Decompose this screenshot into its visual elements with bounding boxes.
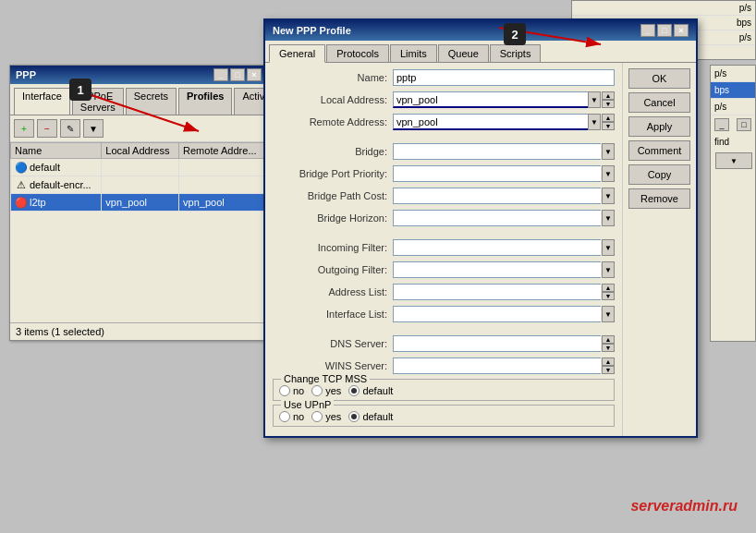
if-dd-btn[interactable]: ▼ (602, 239, 615, 256)
tab-limits[interactable]: Limits (390, 44, 437, 62)
add-btn[interactable]: + (14, 119, 34, 138)
ppp-tab-activ[interactable]: Activ (234, 88, 267, 115)
right-panel-row-1: p/s (711, 66, 755, 82)
dns-scroll-down[interactable]: ▼ (602, 344, 615, 352)
upnp-yes-label: yes (325, 411, 341, 422)
remote-address-dd-btn[interactable]: ▼ (588, 114, 601, 130)
bpc-dropdown: ▼ (393, 188, 615, 204)
table-row[interactable]: ⚠default-encr... (11, 176, 267, 194)
status-bar: 3 items (1 selected) (10, 322, 267, 340)
bh-dd-btn[interactable]: ▼ (602, 210, 615, 226)
tab-scripts[interactable]: Scripts (490, 44, 542, 62)
of-label: Outgoing Filter: (273, 264, 393, 275)
comment-button[interactable]: Comment (628, 140, 690, 161)
ppp-tab-profiles[interactable]: Profiles (178, 88, 232, 115)
al-scroll-down[interactable]: ▼ (602, 292, 615, 300)
edit-btn[interactable]: ✎ (60, 119, 80, 138)
ppp-tab-interface[interactable]: Interface (14, 88, 70, 115)
table-row[interactable]: 🔴l2tp vpn_pool vpn_pool (11, 194, 267, 212)
right-panel-controls: _ □ (711, 115, 755, 134)
of-input[interactable] (393, 261, 601, 278)
ppp-maximize-btn[interactable]: □ (230, 68, 245, 81)
ppp-toolbar: + − ✎ ▼ (10, 115, 267, 142)
dns-input[interactable] (393, 335, 601, 352)
ppp-title: PPP (16, 69, 36, 80)
local-scroll-down[interactable]: ▼ (602, 100, 615, 108)
cancel-button[interactable]: Cancel (628, 92, 690, 113)
bridge-label: Bridge: (273, 146, 393, 157)
il-input[interactable] (393, 306, 601, 322)
dns-scroll-up[interactable]: ▲ (602, 335, 615, 344)
bpc-dd-btn[interactable]: ▼ (602, 188, 615, 204)
remote-scroll-up[interactable]: ▲ (602, 114, 615, 122)
remove-button[interactable]: Remove (628, 188, 690, 209)
ppp-win-controls: _ □ × (213, 68, 262, 81)
tcp-mss-default-radio[interactable] (348, 385, 360, 396)
right-panel-min[interactable]: _ (714, 118, 729, 131)
remote-scroll-down[interactable]: ▼ (602, 122, 615, 130)
upnp-group: Use UPnP no yes default (273, 405, 615, 427)
wins-input[interactable] (393, 357, 601, 374)
bpc-input[interactable] (393, 188, 601, 204)
filter-btn[interactable]: ▼ (83, 119, 104, 138)
row-remote (179, 159, 267, 176)
right-panel-max[interactable]: □ (737, 118, 751, 131)
right-panel-dd: ▼ (711, 150, 755, 172)
if-input[interactable] (393, 239, 601, 256)
upnp-no[interactable]: no (279, 411, 304, 422)
badge-1: 1 (69, 79, 91, 101)
of-dd-btn[interactable]: ▼ (602, 261, 615, 278)
remote-address-row: Remote Address: ▼ ▲ ▼ (273, 113, 615, 131)
tcp-mss-yes[interactable]: yes (311, 385, 341, 396)
wins-scroll-down[interactable]: ▼ (602, 366, 615, 374)
copy-button[interactable]: Copy (628, 164, 690, 185)
wins-dropdown: ▲ ▼ (393, 357, 615, 374)
dialog-maximize-btn[interactable]: □ (657, 24, 672, 37)
tcp-mss-default[interactable]: default (348, 385, 393, 396)
right-panel-dropdown[interactable]: ▼ (715, 152, 752, 169)
upnp-yes[interactable]: yes (311, 411, 341, 422)
ok-button[interactable]: OK (628, 68, 690, 89)
name-input[interactable] (393, 69, 615, 86)
local-address-row: Local Address: ▼ ▲ ▼ (273, 91, 615, 109)
if-label: Incoming Filter: (273, 242, 393, 253)
local-address-dropdown: ▼ ▲ ▼ (393, 91, 615, 108)
tcp-mss-default-label: default (362, 385, 393, 396)
ppp-minimize-btn[interactable]: _ (213, 68, 228, 81)
tcp-mss-no-radio[interactable] (279, 385, 290, 396)
apply-button[interactable]: Apply (628, 116, 690, 137)
dialog-minimize-btn[interactable]: _ (640, 24, 655, 37)
upnp-no-radio[interactable] (279, 411, 290, 422)
dialog-close-btn[interactable]: × (674, 24, 689, 37)
tab-queue[interactable]: Queue (438, 44, 489, 62)
remote-address-label: Remote Address: (273, 116, 393, 127)
upnp-default[interactable]: default (348, 411, 393, 422)
tcp-mss-no[interactable]: no (279, 385, 304, 396)
il-dd-btn[interactable]: ▼ (602, 306, 615, 322)
bh-label: Bridge Horizon: (273, 212, 393, 224)
wins-row: WINS Server: ▲ ▼ (273, 357, 615, 375)
row-name: ⚠default-encr... (11, 176, 102, 194)
bpp-row: Bridge Port Priority: ▼ (273, 164, 615, 183)
bridge-input[interactable] (393, 143, 601, 160)
upnp-yes-radio[interactable] (311, 411, 323, 422)
al-scroll-up[interactable]: ▲ (602, 284, 615, 292)
ppp-tab-secrets[interactable]: Secrets (126, 88, 177, 115)
remove-btn[interactable]: − (37, 119, 57, 138)
bh-input[interactable] (393, 210, 601, 226)
remote-address-input[interactable] (393, 114, 588, 130)
wins-scroll-up[interactable]: ▲ (602, 357, 615, 366)
al-input[interactable] (393, 284, 601, 300)
tab-protocols[interactable]: Protocols (326, 44, 389, 62)
bridge-dd-btn[interactable]: ▼ (602, 143, 615, 160)
tab-general[interactable]: General (269, 44, 325, 63)
local-address-input[interactable] (393, 91, 588, 108)
local-scroll-up[interactable]: ▲ (602, 91, 615, 100)
ppp-close-btn[interactable]: × (247, 68, 262, 81)
bpp-input[interactable] (393, 165, 601, 182)
bpp-dd-btn[interactable]: ▼ (602, 165, 615, 182)
tcp-mss-yes-radio[interactable] (311, 385, 323, 396)
local-address-dd-btn[interactable]: ▼ (588, 91, 601, 108)
upnp-default-radio[interactable] (348, 411, 360, 422)
table-row[interactable]: 🔵default (11, 159, 267, 176)
